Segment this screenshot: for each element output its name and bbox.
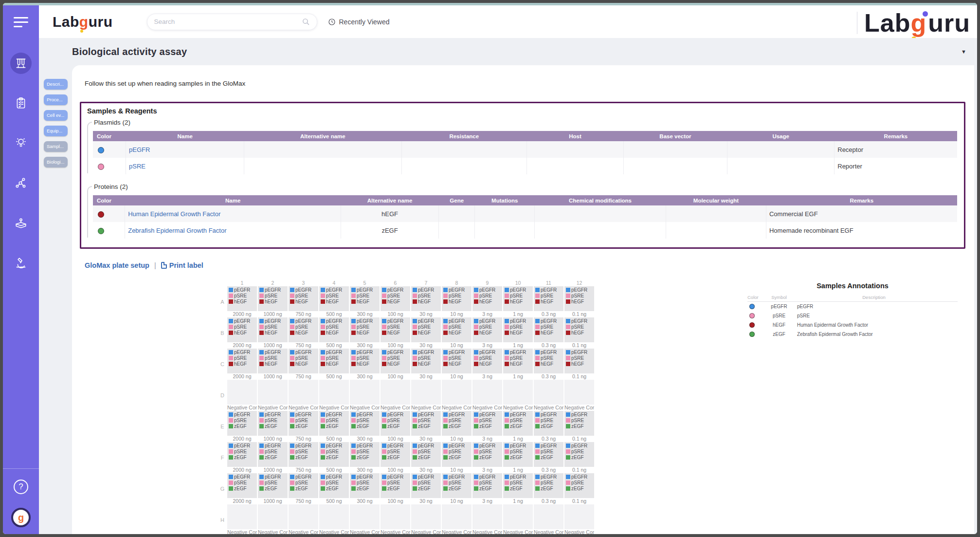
well-A5[interactable]: pEGFRpSREhEGF300 ng <box>350 286 380 317</box>
well-G11[interactable]: pEGFRpSREzEGF0.3 ng <box>534 473 563 504</box>
well-B11[interactable]: pEGFRpSREhEGF0.3 ng <box>534 317 563 349</box>
well-G10[interactable]: pEGFRpSREzEGF1 ng <box>503 473 533 504</box>
well-C2[interactable]: pEGFRpSREhEGF1000 ng <box>258 349 288 380</box>
well-B5[interactable]: pEGFRpSREhEGF300 ng <box>350 317 380 349</box>
well-G1[interactable]: pEGFRpSREzEGF2000 ng <box>227 473 257 504</box>
well-A4[interactable]: pEGFRpSREhEGF500 ng <box>319 286 349 317</box>
well-H7[interactable]: Negative Cor <box>411 504 441 534</box>
well-C9[interactable]: pEGFRpSREhEGF3 ng <box>472 349 502 380</box>
well-G7[interactable]: pEGFRpSREzEGF30 ng <box>411 473 441 504</box>
well-F7[interactable]: pEGFRpSREzEGF30 ng <box>411 442 441 473</box>
section-tab-5[interactable]: Biologi... <box>44 157 68 167</box>
well-C6[interactable]: pEGFRpSREhEGF100 ng <box>381 349 410 380</box>
well-H10[interactable]: Negative Cor <box>503 504 533 534</box>
well-F11[interactable]: pEGFRpSREzEGF0.3 ng <box>534 442 563 473</box>
well-C11[interactable]: pEGFRpSREhEGF0.3 ng <box>534 349 563 380</box>
well-A6[interactable]: pEGFRpSREhEGF100 ng <box>381 286 410 317</box>
user-avatar[interactable]: g <box>11 508 31 527</box>
sidebar-item-samples[interactable] <box>10 53 32 74</box>
well-A3[interactable]: pEGFRpSREhEGF750 ng <box>289 286 318 317</box>
well-D7[interactable]: Negative Cor <box>411 380 441 411</box>
well-E2[interactable]: pEGFRpSREzEGF1000 ng <box>258 411 288 442</box>
section-tab-0[interactable]: Descri... <box>44 79 68 90</box>
well-B8[interactable]: pEGFRpSREhEGF10 ng <box>442 317 472 349</box>
well-C10[interactable]: pEGFRpSREhEGF1 ng <box>503 349 533 380</box>
well-G6[interactable]: pEGFRpSREzEGF100 ng <box>381 473 410 504</box>
well-F9[interactable]: pEGFRpSREzEGF3 ng <box>472 442 502 473</box>
well-E7[interactable]: pEGFRpSREzEGF30 ng <box>411 411 441 442</box>
well-A12[interactable]: pEGFRpSREhEGF0.1 ng <box>564 286 594 317</box>
item-link[interactable]: pSRE <box>129 163 145 170</box>
well-H5[interactable]: Negative Cor <box>350 504 380 534</box>
well-D12[interactable]: Negative Cor <box>564 380 594 411</box>
well-G2[interactable]: pEGFRpSREzEGF1000 ng <box>258 473 288 504</box>
hamburger-menu-icon[interactable] <box>14 17 28 27</box>
section-tab-4[interactable]: Sampl... <box>44 141 68 152</box>
well-E12[interactable]: pEGFRpSREzEGF0.1 ng <box>564 411 594 442</box>
well-E4[interactable]: pEGFRpSREzEGF500 ng <box>319 411 349 442</box>
well-C4[interactable]: pEGFRpSREhEGF500 ng <box>319 349 349 380</box>
well-B3[interactable]: pEGFRpSREhEGF750 ng <box>289 317 318 349</box>
well-D8[interactable]: Negative Cor <box>442 380 472 411</box>
well-E8[interactable]: pEGFRpSREzEGF10 ng <box>442 411 472 442</box>
well-A11[interactable]: pEGFRpSREhEGF0.3 ng <box>534 286 563 317</box>
well-D3[interactable]: Negative Cor <box>289 380 318 411</box>
well-F5[interactable]: pEGFRpSREzEGF300 ng <box>350 442 380 473</box>
well-D5[interactable]: Negative Cor <box>350 380 380 411</box>
glomax-plate-setup-link[interactable]: GloMax plate setup <box>85 261 149 269</box>
well-B6[interactable]: pEGFRpSREhEGF100 ng <box>381 317 410 349</box>
well-H4[interactable]: Negative Cor <box>319 504 349 534</box>
well-F8[interactable]: pEGFRpSREzEGF10 ng <box>442 442 472 473</box>
sidebar-item-storage[interactable] <box>10 212 32 234</box>
well-D4[interactable]: Negative Cor <box>319 380 349 411</box>
well-E3[interactable]: pEGFRpSREzEGF750 ng <box>289 411 318 442</box>
well-H3[interactable]: Negative Cor <box>289 504 318 534</box>
well-H12[interactable]: Negative Cor <box>564 504 594 534</box>
well-D11[interactable]: Negative Cor <box>534 380 563 411</box>
well-E10[interactable]: pEGFRpSREzEGF1 ng <box>503 411 533 442</box>
well-C12[interactable]: pEGFRpSREhEGF0.1 ng <box>564 349 594 380</box>
well-H11[interactable]: Negative Cor <box>534 504 563 534</box>
well-H8[interactable]: Negative Cor <box>442 504 472 534</box>
well-A9[interactable]: pEGFRpSREhEGF3 ng <box>472 286 502 317</box>
section-tab-3[interactable]: Equip... <box>44 126 68 136</box>
well-H1[interactable]: Negative Cor <box>227 504 257 534</box>
well-D2[interactable]: Negative Cor <box>258 380 288 411</box>
search-input[interactable] <box>154 18 302 25</box>
recently-viewed-button[interactable]: Recently Viewed <box>328 18 390 26</box>
sidebar-item-equipment[interactable] <box>10 252 32 274</box>
well-G8[interactable]: pEGFRpSREzEGF10 ng <box>442 473 472 504</box>
well-E1[interactable]: pEGFRpSREzEGF2000 ng <box>227 411 257 442</box>
well-B7[interactable]: pEGFRpSREhEGF30 ng <box>411 317 441 349</box>
well-B4[interactable]: pEGFRpSREhEGF500 ng <box>319 317 349 349</box>
well-A1[interactable]: pEGFRpSREhEGF2000 ng <box>227 286 257 317</box>
well-C3[interactable]: pEGFRpSREhEGF750 ng <box>289 349 318 380</box>
well-E11[interactable]: pEGFRpSREzEGF0.3 ng <box>534 411 563 442</box>
well-E9[interactable]: pEGFRpSREzEGF3 ng <box>472 411 502 442</box>
sidebar-item-connections[interactable] <box>10 172 32 194</box>
well-H6[interactable]: Negative Cor <box>381 504 410 534</box>
well-D6[interactable]: Negative Cor <box>381 380 410 411</box>
well-A8[interactable]: pEGFRpSREhEGF10 ng <box>442 286 472 317</box>
well-D1[interactable]: Negative Cor <box>227 380 257 411</box>
well-E5[interactable]: pEGFRpSREzEGF300 ng <box>350 411 380 442</box>
well-A7[interactable]: pEGFRpSREhEGF30 ng <box>411 286 441 317</box>
well-C5[interactable]: pEGFRpSREhEGF300 ng <box>350 349 380 380</box>
well-E6[interactable]: pEGFRpSREzEGF100 ng <box>381 411 410 442</box>
well-A10[interactable]: pEGFRpSREhEGF1 ng <box>503 286 533 317</box>
well-G12[interactable]: pEGFRpSREzEGF0.1 ng <box>564 473 594 504</box>
well-G9[interactable]: pEGFRpSREzEGF3 ng <box>472 473 502 504</box>
well-F3[interactable]: pEGFRpSREzEGF750 ng <box>289 442 318 473</box>
well-G4[interactable]: pEGFRpSREzEGF500 ng <box>319 473 349 504</box>
well-G3[interactable]: pEGFRpSREzEGF750 ng <box>289 473 318 504</box>
well-H9[interactable]: Negative Cor <box>472 504 502 534</box>
well-F2[interactable]: pEGFRpSREzEGF1000 ng <box>258 442 288 473</box>
section-tab-2[interactable]: Cell ev... <box>44 110 68 121</box>
sidebar-item-ideas[interactable] <box>10 132 32 154</box>
well-C1[interactable]: pEGFRpSREhEGF2000 ng <box>227 349 257 380</box>
well-D10[interactable]: Negative Cor <box>503 380 533 411</box>
item-link[interactable]: pEGFR <box>129 146 150 153</box>
well-B2[interactable]: pEGFRpSREhEGF1000 ng <box>258 317 288 349</box>
item-link[interactable]: Zebrafish Epidermal Growth Factor <box>128 227 226 234</box>
sidebar-item-protocols[interactable] <box>10 93 32 114</box>
